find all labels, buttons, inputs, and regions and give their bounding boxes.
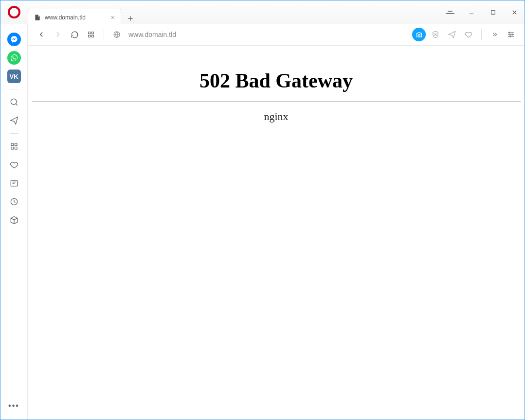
svg-rect-11 [91,35,93,37]
reload-icon [71,31,79,39]
page-favicon-icon [34,14,41,21]
chevrons-right-icon [490,31,498,38]
camera-icon [416,31,423,38]
globe-icon [112,30,121,39]
chevron-left-icon [37,30,46,39]
svg-point-7 [11,198,17,205]
grid-icon [10,142,18,151]
shield-icon [431,30,440,39]
divider [32,101,521,102]
paper-plane-icon [448,30,456,39]
sidebar-speed-dial[interactable] [5,138,23,155]
svg-point-16 [509,35,511,37]
easy-setup-button[interactable] [445,7,455,18]
vk-icon: VK [7,70,21,83]
address-bar [28,24,525,46]
whatsapp-icon [7,51,21,65]
tab-close-button[interactable] [109,14,117,21]
sidebar-whatsapp[interactable] [5,49,23,67]
svg-point-1 [11,99,17,105]
url-input[interactable] [127,28,409,41]
search-icon [9,97,19,107]
snapshot-button[interactable] [412,28,426,41]
sidebar-settings[interactable]: ••• [5,397,23,415]
svg-rect-2 [11,143,14,146]
tab-title: www.domain.tld [45,14,105,21]
window-close-button[interactable] [509,7,520,18]
bookmark-page-button[interactable] [462,28,475,41]
sidebar-news[interactable] [5,175,23,192]
opera-menu-button[interactable] [0,0,28,24]
reload-button[interactable] [68,28,81,41]
svg-point-13 [418,34,420,36]
extensions-overflow-button[interactable] [488,28,501,41]
sidebar-vk[interactable]: VK [5,68,23,85]
cube-icon [9,215,19,225]
sidebar-history[interactable] [5,193,23,210]
svg-rect-10 [89,35,91,37]
page-viewport[interactable]: 502 Bad Gateway nginx [28,46,525,420]
error-heading: 502 Bad Gateway [32,69,521,92]
heart-icon [9,160,19,170]
sidebar: VK [0,24,28,420]
messenger-icon [7,33,21,46]
sidebar-separator [10,89,18,89]
chevron-right-icon [54,30,62,39]
svg-rect-4 [11,147,14,150]
titlebar: www.domain.tld [0,0,525,24]
sidebar-extensions[interactable] [5,211,23,229]
start-page-button[interactable] [84,28,98,41]
browser-window: www.domain.tld [0,0,525,420]
svg-rect-0 [491,10,495,14]
sidebar-separator [10,133,18,134]
site-info-button[interactable] [110,28,124,41]
more-icon: ••• [8,402,19,410]
sliders-icon [507,30,515,39]
sidebar-search[interactable] [5,93,23,111]
svg-point-15 [512,34,513,35]
sidebar-bookmarks[interactable] [5,156,23,174]
window-minimize-button[interactable] [466,7,477,18]
adblock-button[interactable] [429,28,442,41]
tab-strip: www.domain.tld [28,0,139,26]
error-page: 502 Bad Gateway nginx [28,46,525,123]
sidebar-instant-search[interactable] [5,112,23,129]
send-to-flow-button[interactable] [445,28,459,41]
clock-icon [9,197,19,207]
nav-back-button[interactable] [35,28,48,41]
heart-outline-icon [464,30,473,39]
svg-point-14 [509,32,510,34]
easy-setup-toolbar-button[interactable] [504,28,518,41]
window-controls [445,0,525,24]
nav-forward-button[interactable] [51,28,65,41]
svg-rect-6 [11,180,17,186]
svg-rect-5 [15,147,17,150]
send-icon [9,116,19,125]
svg-rect-3 [15,143,17,146]
server-signature: nginx [32,110,521,123]
svg-rect-8 [89,32,91,34]
opera-logo-icon [8,6,20,18]
grid-small-icon [87,31,95,38]
svg-rect-9 [91,32,93,34]
news-icon [9,178,19,188]
svg-point-12 [114,32,120,37]
easy-setup-icon [445,7,455,18]
main-area: 502 Bad Gateway nginx [28,24,525,420]
window-maximize-button[interactable] [488,7,498,18]
sidebar-messenger[interactable] [5,31,23,48]
browser-tab[interactable]: www.domain.tld [28,9,121,26]
